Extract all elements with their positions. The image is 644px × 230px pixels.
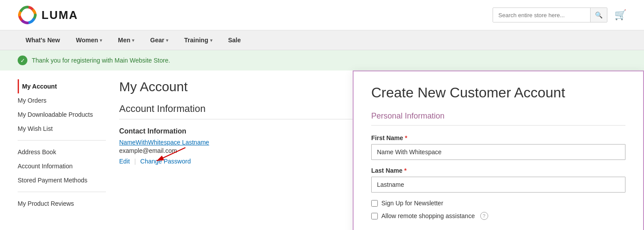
sidebar-item-stored-payment-methods[interactable]: Stored Payment Methods <box>18 173 106 187</box>
success-banner: ✓ Thank you for registering with Main We… <box>0 50 644 70</box>
sidebar-section-1: My Account My Orders My Downloadable Pro… <box>18 79 106 136</box>
search-box: 🔍 <box>493 7 607 22</box>
first-name-label: First Name* <box>371 134 625 141</box>
chevron-down-icon: ▾ <box>166 38 168 43</box>
newsletter-checkbox-group: Sign Up for Newsletter <box>371 200 625 207</box>
nav-item-women[interactable]: Women ▾ <box>68 30 110 50</box>
sidebar-divider-1 <box>18 140 106 141</box>
required-star-2: * <box>404 167 407 174</box>
remote-assistance-checkbox[interactable] <box>371 213 378 219</box>
remote-assistance-label[interactable]: Allow remote shopping assistance <box>381 212 475 219</box>
last-name-group: Last Name* <box>371 167 625 193</box>
create-account-overlay: Create New Customer Account Personal Inf… <box>353 70 644 230</box>
page-header: LUMA 🔍 🛒 <box>0 0 644 30</box>
logo-text: LUMA <box>41 8 78 22</box>
sidebar-item-account-information[interactable]: Account Information <box>18 159 106 173</box>
newsletter-checkbox[interactable] <box>371 200 378 207</box>
sidebar-item-my-product-reviews[interactable]: My Product Reviews <box>18 197 106 211</box>
newsletter-label[interactable]: Sign Up for Newsletter <box>381 200 443 207</box>
remote-assistance-checkbox-group: Allow remote shopping assistance ? <box>371 212 625 220</box>
last-name-label: Last Name* <box>371 167 625 174</box>
sidebar-section-2: Address Book Account Information Stored … <box>18 145 106 187</box>
help-icon[interactable]: ? <box>480 212 488 220</box>
main-layout: My Account My Orders My Downloadable Pro… <box>0 70 644 230</box>
sidebar-item-my-orders[interactable]: My Orders <box>18 93 106 108</box>
nav-item-whats-new[interactable]: What's New <box>18 30 68 50</box>
first-name-group: First Name* <box>371 134 625 160</box>
sidebar-item-address-book[interactable]: Address Book <box>18 145 106 159</box>
search-button[interactable]: 🔍 <box>590 8 607 22</box>
edit-link[interactable]: Edit <box>119 158 130 165</box>
chevron-down-icon: ▾ <box>132 38 134 43</box>
nav-item-gear[interactable]: Gear ▾ <box>142 30 176 50</box>
sidebar-item-my-account[interactable]: My Account <box>18 79 106 93</box>
nav-item-sale[interactable]: Sale <box>220 30 249 50</box>
main-nav: What's New Women ▾ Men ▾ Gear ▾ Training… <box>0 30 644 50</box>
required-star: * <box>405 134 407 141</box>
logo-area[interactable]: LUMA <box>18 5 78 25</box>
header-right: 🔍 🛒 <box>493 7 626 22</box>
success-icon: ✓ <box>18 56 27 65</box>
search-input[interactable] <box>493 8 590 22</box>
nav-item-training[interactable]: Training ▾ <box>176 30 220 50</box>
chevron-down-icon: ▾ <box>210 38 212 43</box>
sidebar-section-3: My Product Reviews <box>18 197 106 211</box>
sidebar-item-my-wish-list[interactable]: My Wish List <box>18 122 106 136</box>
chevron-down-icon: ▾ <box>100 38 102 43</box>
cart-button[interactable]: 🛒 <box>614 9 626 21</box>
first-name-input[interactable] <box>371 144 625 160</box>
luma-logo-icon <box>18 5 37 25</box>
sidebar-item-my-downloadable-products[interactable]: My Downloadable Products <box>18 108 106 122</box>
sidebar: My Account My Orders My Downloadable Pro… <box>0 70 106 230</box>
personal-info-section-title: Personal Information <box>371 111 625 126</box>
nav-item-men[interactable]: Men ▾ <box>110 30 142 50</box>
success-message: Thank you for registering with Main Webs… <box>32 57 170 64</box>
link-separator: | <box>134 158 136 165</box>
sidebar-divider-2 <box>18 192 106 192</box>
last-name-input[interactable] <box>371 177 625 193</box>
change-password-link[interactable]: Change Password <box>140 158 191 165</box>
overlay-title: Create New Customer Account <box>371 85 625 101</box>
